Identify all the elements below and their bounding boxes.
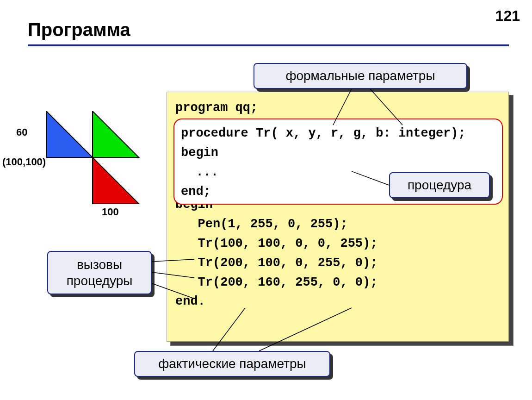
proc-decl: procedure Tr( x, y, r, g, b: integer); xyxy=(181,126,466,140)
callout-formal-text: формальные параметры xyxy=(285,69,435,83)
code-main-l1: Pen(1, 255, 0, 255); xyxy=(175,217,348,231)
callout-actual-params: фактические параметры xyxy=(134,351,330,377)
code-main-end: end. xyxy=(175,294,205,308)
triangle-blue xyxy=(46,111,93,157)
label-origin: (100,100) xyxy=(2,156,46,168)
triangles-svg xyxy=(46,111,153,218)
callout-procedure: процедура xyxy=(389,172,490,198)
callout-actual-text: фактические параметры xyxy=(158,356,306,371)
callout-calls-line2: процедуры xyxy=(67,273,133,289)
page-title: Программа xyxy=(28,19,130,40)
callout-calls-line1: вызовы xyxy=(77,256,122,273)
triangle-green xyxy=(93,111,139,157)
proc-body: ... xyxy=(181,165,218,179)
triangle-red xyxy=(93,157,139,204)
code-program-line: program qq; xyxy=(175,101,258,115)
callout-calls: вызовы процедуры xyxy=(47,251,152,294)
code-main-l2: Tr(100, 100, 0, 0, 255); xyxy=(175,237,377,250)
triangle-diagram: 60 (100,100) 100 xyxy=(46,111,153,218)
callout-formal-params: формальные параметры xyxy=(254,63,467,89)
code-main-l4: Tr(200, 160, 255, 0, 0); xyxy=(175,275,377,289)
label-60: 60 xyxy=(16,126,27,138)
page-number: 121 xyxy=(495,7,520,25)
title-rule xyxy=(28,44,509,46)
code-main-l3: Tr(200, 100, 0, 255, 0); xyxy=(175,256,377,270)
proc-end: end; xyxy=(181,185,211,199)
proc-begin: begin xyxy=(181,146,218,160)
callout-procedure-text: процедура xyxy=(408,178,471,193)
label-100: 100 xyxy=(102,206,119,218)
